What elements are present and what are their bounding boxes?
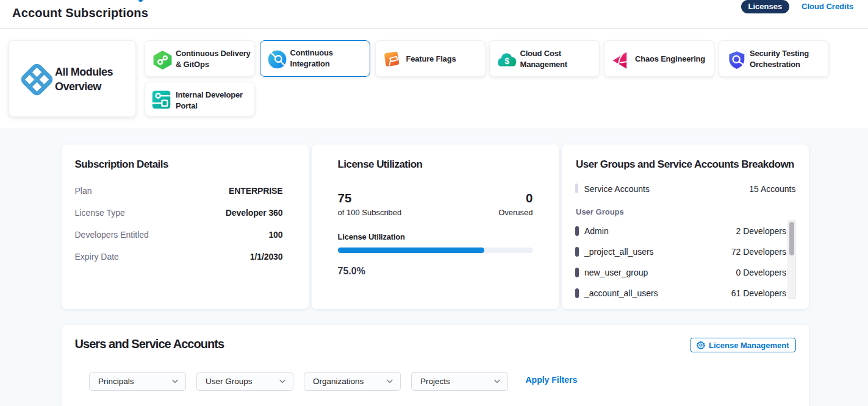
svg-text:$: $	[504, 56, 509, 66]
